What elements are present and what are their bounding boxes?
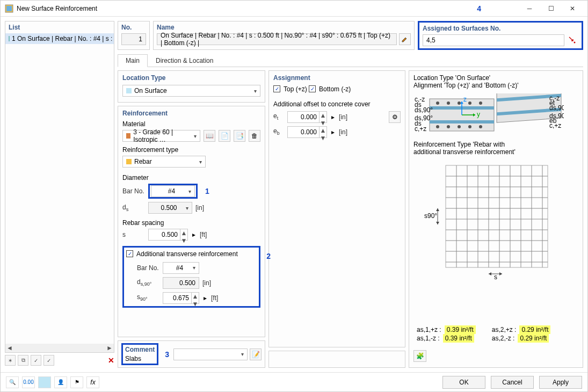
tabs: Main Direction & Location <box>118 54 583 67</box>
view-button[interactable] <box>38 376 51 388</box>
callout-1: 1 <box>205 187 209 195</box>
assignment-title: Assignment <box>273 74 401 82</box>
ds-unit: [in] <box>195 204 204 212</box>
pick-surfaces-button[interactable] <box>567 34 578 46</box>
delete-button[interactable]: ✕ <box>108 356 114 365</box>
buttonbar: 🔍 0.00 👤 ⚑ fx OK Cancel Apply <box>1 372 587 391</box>
tab-main[interactable]: Main <box>118 54 148 67</box>
svg-text:y: y <box>477 111 480 118</box>
check-button-2[interactable]: ✓ <box>43 355 54 366</box>
et-label: et <box>273 112 284 121</box>
offset-settings-button[interactable]: ⚙ <box>389 111 401 123</box>
assigned-field[interactable]: 4,5 <box>423 34 564 46</box>
diagram1-sub: Alignment 'Top (+z)' and 'Bottom (-z)' <box>413 82 578 89</box>
name-label: Name <box>157 24 411 31</box>
comment-panel: Comment Slabs 3 ▾ 📝 <box>118 340 265 368</box>
material-label: Material <box>122 120 260 128</box>
ds-field[interactable]: 0.500 ▾ <box>148 202 192 214</box>
svg-text:s90°: s90° <box>424 212 437 220</box>
reinf-type-label: Reinforcement type <box>122 146 260 154</box>
reinforcement-group: Reinforcement Material 3 - Grade 60 | Is… <box>118 106 265 337</box>
location-group: Location Type On Surface ▾ <box>118 70 265 103</box>
diameter-label: Diameter <box>122 174 260 182</box>
results-settings-button[interactable]: 🧩 <box>413 350 426 362</box>
diagram1-title: Location Type 'On Surface' <box>413 74 578 82</box>
material-delete-button[interactable]: 🗑 <box>249 130 260 142</box>
reinf-type-select[interactable]: Rebar ▾ <box>122 156 206 168</box>
bar-no-label: Bar No. <box>122 187 145 195</box>
svg-point-13 <box>479 101 482 105</box>
callout-4: 4 <box>477 4 481 13</box>
svg-point-2 <box>574 42 576 43</box>
minimize-button[interactable]: ─ <box>519 2 540 15</box>
svg-text:ds,90°: ds,90° <box>549 104 564 112</box>
assigned-panel: Assigned to Surfaces No. 4,5 <box>418 21 583 50</box>
list-title: List <box>5 21 114 33</box>
help-button[interactable]: 🔍 <box>6 376 19 388</box>
location-diagram: yz c,-zdsds,90° ds,90°dsc,+z c,-zetds,90… <box>413 93 564 136</box>
copy-item-button[interactable]: ⧉ <box>18 355 28 366</box>
s90-label: s90° <box>126 293 159 302</box>
fx-button[interactable]: fx <box>86 376 99 388</box>
material-select[interactable]: 3 - Grade 60 | Isotropic … ▾ <box>122 130 200 142</box>
chevron-down-icon: ▾ <box>194 133 197 139</box>
s90-spinner[interactable]: 0.675 ▲▼ <box>163 292 199 304</box>
swatch-icon <box>126 133 130 139</box>
reinforcement-title: Reinforcement <box>122 110 260 117</box>
svg-rect-6 <box>430 120 494 124</box>
material-new-button[interactable]: 📄 <box>219 130 230 142</box>
flag-button[interactable]: ⚑ <box>70 376 83 388</box>
svg-point-16 <box>458 125 461 128</box>
material-library-button[interactable]: 📖 <box>204 130 215 142</box>
no-panel: No. 1 <box>118 21 150 50</box>
material-edit-button[interactable]: 📑 <box>234 130 245 142</box>
svg-point-14 <box>436 125 439 128</box>
offset-label: Additional offset to concrete cover <box>273 100 401 108</box>
ds90-label: ds,90° <box>126 278 159 287</box>
location-type-select[interactable]: On Surface ▾ <box>122 85 260 97</box>
chevron-down-icon: ▾ <box>188 188 191 194</box>
svg-point-11 <box>458 101 461 105</box>
diagrams-group: Location Type 'On Surface' Alignment 'To… <box>409 70 583 368</box>
maximize-button[interactable]: ☐ <box>540 2 562 15</box>
units-button[interactable]: 0.00 <box>22 376 35 388</box>
svg-text:s: s <box>494 273 497 281</box>
svg-rect-35 <box>446 165 548 267</box>
spacing-label: Rebar spacing <box>122 219 260 227</box>
tab-direction-location[interactable]: Direction & Location <box>148 54 221 67</box>
new-item-button[interactable]: ✶ <box>5 355 16 366</box>
cancel-button[interactable]: Cancel <box>491 376 534 389</box>
diagram2-title2: additional transverse reinforcement' <box>413 148 578 156</box>
s-spinner[interactable]: 0.500 ▲▼ <box>148 229 188 241</box>
list-item[interactable]: 1 On Surface | Rebar | No. : #4 | s : 0.… <box>5 33 114 44</box>
eb-spinner[interactable]: 0.000 ▲▼ <box>287 126 327 138</box>
no-field[interactable]: 1 <box>121 33 146 45</box>
svg-point-17 <box>468 125 471 128</box>
list-h-scrollbar[interactable]: ◄► <box>5 344 114 352</box>
svg-point-10 <box>447 101 450 105</box>
location-title: Location Type <box>122 74 260 82</box>
comment-edit-button[interactable]: 📝 <box>250 349 262 360</box>
bar-no-select[interactable]: #4 ▾ <box>151 185 195 197</box>
results-area: as,1,+z :0.39 in²/ft as,1,-z :0.39 in²/f… <box>413 322 578 346</box>
edit-name-button[interactable] <box>399 33 411 45</box>
svg-point-9 <box>436 101 439 105</box>
bottom-checkbox[interactable]: ✓Bottom (-z) <box>309 85 351 93</box>
name-field[interactable]: On Surface | Rebar | No. : #4 | s : 0.50… <box>157 33 397 45</box>
ds90-field[interactable]: 0.500 <box>163 277 199 289</box>
diagram2-title1: Reinforcement Type 'Rebar with <box>413 141 578 148</box>
name-panel: Name On Surface | Rebar | No. : #4 | s :… <box>153 21 415 50</box>
transverse-checkbox[interactable]: ✓ Additional transverse reinforcement <box>126 250 238 258</box>
apply-button[interactable]: Apply <box>539 376 582 389</box>
close-button[interactable]: ✕ <box>562 2 583 15</box>
trans-barno-select[interactable]: #4 ▾ <box>163 262 199 274</box>
comment-select[interactable]: ▾ <box>173 349 248 360</box>
ok-button[interactable]: OK <box>442 376 485 389</box>
et-spinner[interactable]: 0.000 ▲▼ <box>287 111 327 123</box>
check-button-1[interactable]: ✓ <box>31 355 41 366</box>
person-button[interactable]: 👤 <box>54 376 67 388</box>
top-checkbox[interactable]: ✓Top (+z) <box>273 85 307 93</box>
chevron-down-icon: ▾ <box>186 205 188 211</box>
app-icon <box>5 4 13 13</box>
no-label: No. <box>121 24 146 31</box>
